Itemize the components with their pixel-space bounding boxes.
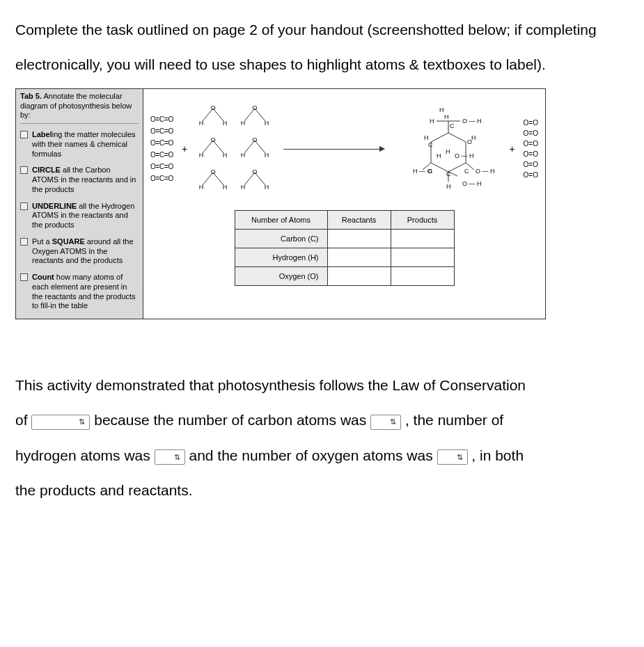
checkbox-icon: [20, 166, 28, 174]
atoms-table: Number of Atoms Reactants Products Carbo…: [235, 210, 455, 286]
blank-select-hydrogen[interactable]: ⇅: [155, 449, 185, 465]
blank-select-carbon[interactable]: ⇅: [370, 415, 401, 430]
handout-main: O=C=O O=C=O O=C=O O=C=O O=C=O O=C=O + O …: [143, 89, 545, 319]
table-cell: [391, 248, 454, 266]
updown-icon: ⇅: [174, 454, 180, 461]
svg-text:O: O: [211, 104, 216, 111]
svg-text:H: H: [439, 106, 444, 113]
svg-text:H: H: [446, 148, 450, 155]
handout-title: Tab 5. Annotate the molecular diagram of…: [20, 92, 139, 124]
svg-text:O: O: [253, 104, 258, 111]
handout-title-prefix: Tab 5.: [20, 92, 42, 100]
plus-icon: +: [508, 143, 516, 154]
co2-formula: O=C=O: [150, 151, 173, 159]
co2-molecules: O=C=O O=C=O O=C=O O=C=O O=C=O O=C=O: [150, 115, 173, 182]
molecular-diagram: O=C=O O=C=O O=C=O O=C=O O=C=O O=C=O + O …: [150, 100, 538, 198]
reaction-arrow-icon: [283, 148, 385, 150]
fill-line-1: This activity demonstrated that photosyn…: [15, 368, 629, 403]
o2-formula: O=O: [524, 119, 538, 127]
svg-text:H: H: [241, 184, 246, 191]
task-item: Labeling the matter molecules with their…: [20, 127, 139, 162]
checkbox-icon: [20, 238, 28, 246]
svg-text:O: O: [211, 168, 216, 175]
svg-text:H: H: [446, 183, 451, 190]
o2-formula: O=O: [524, 171, 538, 179]
table-rowhead: Oxygen (O): [235, 266, 327, 285]
svg-text:H: H: [265, 152, 269, 159]
svg-text:C: C: [446, 170, 451, 177]
handout-sidebar: Tab 5. Annotate the molecular diagram of…: [16, 89, 143, 319]
table-cell: [391, 266, 454, 285]
updown-icon: ⇅: [390, 418, 396, 426]
handout-panel: Tab 5. Annotate the molecular diagram of…: [15, 88, 546, 319]
svg-text:O — H: O — H: [476, 168, 495, 175]
co2-formula: O=C=O: [150, 115, 173, 123]
fill-line-4: the products and reactants.: [15, 473, 629, 508]
o2-formula: O=O: [524, 140, 538, 147]
water-molecule-icon: OHH: [196, 135, 230, 159]
svg-text:H: H: [430, 118, 434, 125]
glucose-molecule-icon: O H H H O — H C H H H — O O — H H H: [396, 104, 501, 194]
updown-icon: ⇅: [79, 418, 85, 426]
svg-text:H: H: [265, 184, 269, 191]
table-header: Number of Atoms: [235, 210, 327, 229]
checkbox-icon: [20, 131, 28, 138]
svg-text:H: H: [437, 152, 441, 159]
svg-text:H: H: [199, 152, 204, 159]
water-molecule-icon: OHH: [237, 135, 272, 159]
o2-formula: O=O: [524, 129, 538, 137]
svg-text:O: O: [253, 168, 258, 175]
checkbox-icon: [20, 202, 28, 210]
task-item: UNDERLINE all the Hydrogen ATOMS in the …: [20, 198, 139, 234]
updown-icon: ⇅: [457, 454, 463, 461]
intro-paragraph: Complete the task outlined on page 2 of …: [15, 13, 629, 83]
co2-formula: O=C=O: [150, 175, 173, 182]
svg-text:O: O: [253, 136, 258, 143]
o2-formula: O=O: [524, 161, 538, 168]
table-header: Products: [391, 210, 454, 229]
svg-text:H: H: [444, 113, 449, 120]
svg-text:O — H: O — H: [462, 118, 482, 125]
o2-molecules: O=O O=O O=O O=O O=O O=O: [524, 119, 538, 179]
co2-formula: O=C=O: [150, 139, 173, 147]
svg-text:O — H: O — H: [455, 152, 474, 159]
svg-text:H: H: [471, 134, 476, 141]
task-item: Put a SQUARE around all the Oxygen ATOMS…: [20, 234, 139, 269]
svg-text:H: H: [424, 134, 429, 141]
table-cell: [391, 229, 454, 248]
table-cell: [327, 266, 391, 285]
table-header: Reactants: [327, 210, 391, 229]
svg-text:H: H: [241, 152, 246, 159]
svg-text:H: H: [199, 184, 204, 191]
task-list: Labeling the matter molecules with their…: [20, 127, 139, 314]
table-rowhead: Carbon (C): [235, 229, 327, 248]
svg-text:H: H: [223, 184, 228, 191]
blank-select-oxygen[interactable]: ⇅: [437, 449, 468, 465]
fill-line-2: of ⇅ because the number of carbon atoms …: [15, 403, 629, 438]
fill-line-3: hydrogen atoms was ⇅ and the number of o…: [15, 438, 629, 473]
svg-text:H: H: [223, 120, 228, 127]
water-molecule-icon: O H H: [196, 103, 230, 127]
task-item: CIRCLE all the Carbon ATOMS in the react…: [20, 162, 139, 198]
svg-text:C: C: [428, 168, 433, 175]
o2-formula: O=O: [524, 150, 538, 158]
svg-text:H: H: [241, 120, 246, 127]
fill-in-paragraph: This activity demonstrated that photosyn…: [15, 368, 629, 509]
co2-formula: O=C=O: [150, 163, 173, 170]
task-item: Count how many atoms of each element are…: [20, 269, 139, 314]
svg-text:C: C: [450, 122, 455, 129]
water-molecule-icon: OHH: [237, 103, 272, 127]
plus-icon: +: [180, 143, 189, 154]
svg-text:O: O: [211, 136, 216, 143]
water-molecules: O H H OHH OHH OHH OHH: [196, 103, 272, 195]
table-rowhead: Hydrogen (H): [235, 248, 327, 266]
checkbox-icon: [20, 273, 28, 281]
water-molecule-icon: OHH: [237, 167, 272, 191]
table-cell: [327, 229, 391, 248]
co2-formula: O=C=O: [150, 127, 173, 135]
table-cell: [327, 248, 391, 266]
blank-select-conservation[interactable]: ⇅: [31, 415, 90, 430]
svg-text:H: H: [223, 152, 228, 159]
water-molecule-icon: OHH: [196, 167, 230, 191]
svg-text:H: H: [199, 120, 204, 127]
